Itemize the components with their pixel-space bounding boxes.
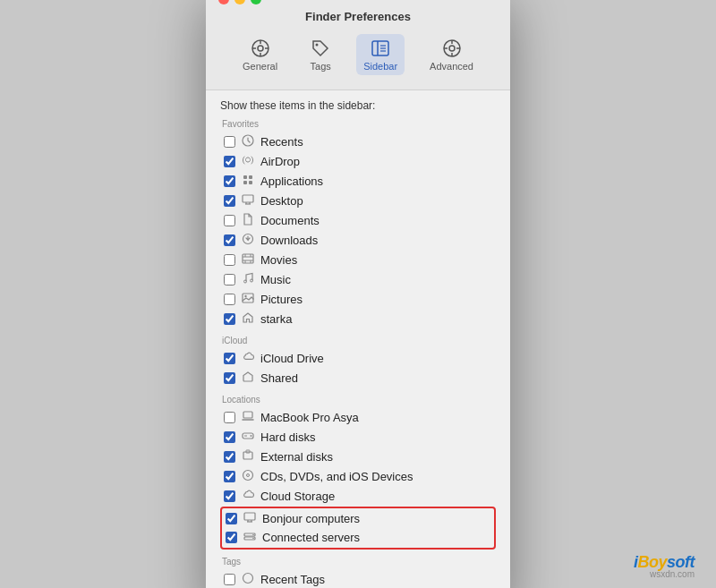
bonjour-computers-checkbox[interactable] [226, 513, 237, 524]
window-title: Finder Preferences [305, 10, 411, 23]
shared-checkbox[interactable] [224, 372, 235, 384]
icloud-drive-checkbox[interactable] [224, 353, 235, 364]
macbook-pro-icon [241, 410, 255, 425]
svg-rect-28 [243, 254, 253, 263]
list-item: Bonjour computers [222, 509, 494, 528]
list-item: AirDrop [220, 152, 496, 171]
finder-preferences-window: Finder Preferences General [206, 0, 510, 588]
bonjour-computers-icon [243, 511, 257, 526]
movies-icon [241, 252, 255, 268]
toolbar: General Tags [235, 30, 481, 82]
general-label: General [243, 61, 277, 72]
minimize-button[interactable] [234, 0, 245, 4]
svg-rect-23 [243, 195, 253, 202]
hard-disks-checkbox[interactable] [224, 431, 235, 443]
list-item: Documents [220, 211, 496, 230]
locations-header: Locations [220, 395, 496, 405]
recent-tags-icon [241, 572, 255, 587]
svg-point-36 [251, 279, 253, 282]
tags-section-header: Tags [220, 557, 496, 567]
list-item: Recents [220, 132, 496, 151]
hard-disks-icon [241, 430, 255, 445]
pictures-checkbox[interactable] [224, 294, 235, 305]
desktop-label: Desktop [260, 194, 303, 208]
movies-label: Movies [260, 253, 297, 267]
macbook-pro-label: MacBook Pro Asya [260, 411, 359, 424]
list-item: iCloud Drive [220, 349, 496, 368]
list-item: Cloud Storage [220, 487, 496, 506]
advanced-icon [441, 38, 463, 59]
tab-general[interactable]: General [235, 34, 285, 75]
list-item: Music [220, 270, 496, 289]
downloads-checkbox[interactable] [224, 234, 235, 246]
svg-point-46 [243, 470, 253, 480]
list-item: Recent Tags [220, 570, 496, 589]
macbook-pro-checkbox[interactable] [224, 412, 235, 423]
connected-servers-label: Connected servers [262, 531, 360, 544]
section-title: Show these items in the sidebar: [220, 99, 496, 112]
list-item: Hard disks [220, 428, 496, 447]
cloud-storage-checkbox[interactable] [224, 490, 235, 502]
svg-point-6 [316, 43, 319, 46]
documents-checkbox[interactable] [224, 215, 235, 226]
svg-point-56 [243, 573, 253, 583]
external-disks-label: External disks [260, 450, 333, 464]
list-item: Pictures [220, 290, 496, 309]
airdrop-checkbox[interactable] [224, 156, 235, 167]
sidebar-label: Sidebar [363, 61, 397, 72]
list-item: External disks [220, 447, 496, 466]
svg-rect-48 [244, 513, 255, 520]
starka-checkbox[interactable] [224, 313, 235, 325]
connected-servers-icon [243, 530, 257, 545]
svg-point-35 [244, 280, 247, 283]
external-disks-checkbox[interactable] [224, 451, 235, 463]
svg-rect-20 [249, 175, 252, 179]
maximize-button[interactable] [251, 0, 261, 4]
list-item: starka [220, 310, 496, 328]
recent-tags-label: Recent Tags [260, 573, 325, 586]
list-item: Downloads [220, 231, 496, 250]
documents-label: Documents [260, 214, 320, 227]
general-icon [250, 38, 271, 59]
list-item: MacBook Pro Asya [220, 408, 496, 427]
list-item: Movies [220, 251, 496, 269]
svg-point-1 [258, 46, 263, 51]
desktop-checkbox[interactable] [224, 195, 235, 207]
list-item: Shared [220, 369, 496, 388]
starka-icon [241, 311, 255, 327]
recent-tags-checkbox[interactable] [224, 574, 235, 585]
recents-label: Recents [260, 135, 303, 149]
tab-sidebar[interactable]: Sidebar [356, 34, 405, 75]
movies-checkbox[interactable] [224, 254, 235, 266]
cds-dvds-checkbox[interactable] [224, 471, 235, 482]
tags-icon [310, 38, 331, 59]
highlight-box: Bonjour computers Connected servers [220, 507, 496, 550]
svg-point-55 [252, 537, 254, 539]
tags-label: Tags [311, 61, 331, 72]
icloud-header: iCloud [220, 336, 496, 345]
icloud-drive-icon [241, 351, 255, 366]
close-button[interactable] [218, 0, 229, 4]
svg-point-13 [449, 46, 455, 51]
applications-label: Applications [260, 175, 323, 188]
pictures-label: Pictures [260, 293, 303, 306]
desktop-icon [241, 193, 255, 209]
svg-rect-19 [243, 175, 247, 179]
connected-servers-checkbox[interactable] [226, 532, 237, 543]
applications-checkbox[interactable] [224, 175, 235, 187]
hard-disks-label: Hard disks [260, 430, 315, 444]
icloud-drive-label: iCloud Drive [260, 352, 324, 365]
svg-rect-21 [243, 181, 247, 184]
music-checkbox[interactable] [224, 274, 235, 285]
downloads-icon [241, 233, 255, 248]
airdrop-icon [241, 154, 255, 169]
list-item: Connected servers [222, 528, 494, 547]
tab-tags[interactable]: Tags [303, 34, 338, 75]
recents-checkbox[interactable] [224, 136, 235, 148]
applications-icon [241, 174, 255, 189]
bonjour-computers-label: Bonjour computers [262, 512, 360, 525]
external-disks-icon [241, 449, 255, 464]
svg-rect-22 [249, 181, 252, 184]
titlebar: Finder Preferences General [206, 0, 510, 90]
tab-advanced[interactable]: Advanced [422, 34, 481, 75]
